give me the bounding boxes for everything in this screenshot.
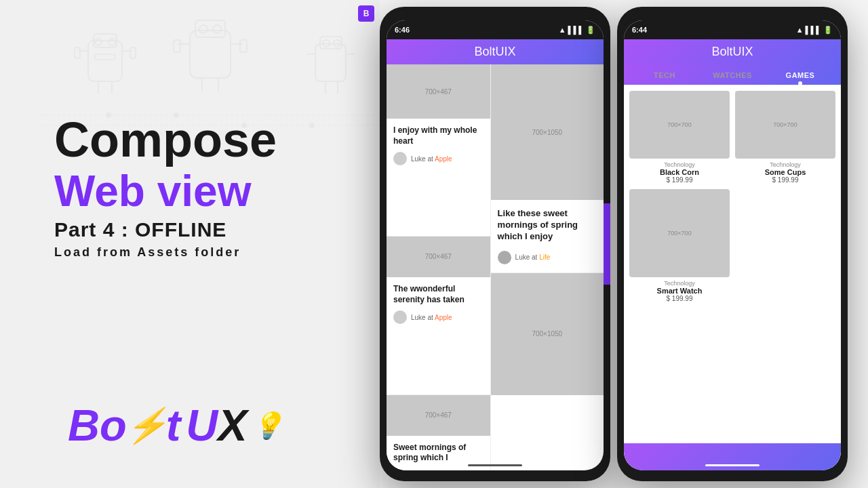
logo-u: U	[186, 400, 218, 451]
wifi-icon-2: ▲	[796, 26, 804, 34]
blog-card-1: I enjoy with my whole heart Luke at Appl…	[387, 119, 490, 237]
blog-card-2-author: Luke at Apple	[393, 310, 484, 324]
svg-point-14	[213, 25, 221, 33]
logo-bulb-icon: 💡	[252, 411, 283, 441]
signal-icon-2: ▌▌▌	[806, 26, 821, 34]
svg-point-13	[199, 25, 208, 33]
blog-right-image-2: 700×1050	[491, 273, 604, 395]
phone2-status-icons: ▲ ▌▌▌ 🔋	[796, 26, 833, 35]
shop-item-2-image: 700×700	[735, 91, 835, 159]
battery-icon: 🔋	[586, 26, 595, 35]
title-compose: Compose	[54, 115, 277, 164]
title-sub: Load from Assets folder	[54, 245, 277, 260]
blog-card-2-title: The wwonderful serenity has taken	[393, 284, 484, 305]
author-tag-2: Apple	[435, 314, 452, 321]
shop-item-2-price: $ 199.99	[735, 176, 835, 184]
tab-tech[interactable]: TECH	[631, 64, 698, 85]
tab-games[interactable]: GAMES	[766, 64, 834, 85]
phone2-time: 6:44	[632, 26, 647, 34]
phone1-right-col: 700×1050 Like these sweet mornings of sp…	[491, 64, 604, 470]
phone2-status-bar: 6:44 ▲ ▌▌▌ 🔋	[624, 20, 841, 39]
left-panel: Compose Web view Part 4 : OFFLINE Load f…	[0, 0, 380, 488]
shop-item-1-price: $ 199.99	[629, 176, 730, 184]
author-avatar-2	[393, 310, 407, 324]
author-avatar-3	[498, 251, 511, 264]
svg-rect-8	[130, 47, 136, 58]
logo-lightning-icon: ⚡	[125, 406, 167, 445]
blog-card-1-author: Luke at Apple	[393, 152, 484, 165]
phones-area: 6:46 ▲ ▌▌▌ 🔋 BoltUIX 700×467	[366, 0, 868, 488]
blog-image-3: 700×467	[387, 237, 490, 277]
phone2-title: BoltUIX	[711, 45, 753, 58]
shop-item-2[interactable]: 700×700 Technology Some Cups $ 199.99	[735, 91, 835, 184]
title-webview: Web view	[54, 169, 277, 213]
phone1-blog-content: 700×467 I enjoy with my whole heart Luke…	[387, 64, 604, 470]
logo-b: B	[68, 400, 100, 451]
author-label-2: Luke at Apple	[411, 314, 452, 321]
phone2-bottom-bar	[624, 443, 841, 470]
phone2-header: BoltUIX TECH WATCHES GAMES	[624, 39, 841, 85]
phone2-app-name: BoltUIX	[624, 39, 841, 64]
blog-right-card-1-title: Like these sweet mornings of spring whic…	[498, 208, 597, 243]
svg-point-2	[95, 39, 102, 45]
blog-image-5: 700×467	[387, 395, 490, 436]
logo-container: B o ⚡ t U X 💡	[68, 400, 283, 451]
phone1-app-header: BoltUIX	[387, 39, 604, 64]
svg-rect-16	[174, 40, 180, 52]
shop-item-2-name: Some Cups	[735, 168, 835, 176]
svg-rect-21	[315, 44, 346, 81]
phone1-time: 6:46	[395, 26, 410, 34]
phone1-app-name: BoltUIX	[474, 45, 515, 58]
phone1-status-icons: ▲ ▌▌▌ 🔋	[559, 26, 595, 35]
shop-tabs[interactable]: TECH WATCHES GAMES	[624, 64, 841, 85]
battery-icon-2: 🔋	[823, 26, 833, 35]
blog-card-1-title: I enjoy with my whole heart	[393, 125, 484, 146]
phone-mockup-2: 6:44 ▲ ▌▌▌ 🔋 BoltUIX TECH WATCHES GAMES	[617, 7, 848, 481]
title-part: Part 4 : OFFLINE	[54, 218, 277, 241]
shop-item-1-image: 700×700	[629, 91, 730, 159]
left-content: Compose Web view Part 4 : OFFLINE Load f…	[54, 115, 277, 260]
svg-point-34	[309, 123, 315, 128]
phone1-home-indicator	[468, 464, 522, 466]
shop-item-3[interactable]: 700×700 Technology Smart Watch $ 199.99	[629, 189, 730, 302]
shop-item-2-category: Technology	[735, 161, 835, 168]
blog-right-image-1: 700×1050	[491, 64, 604, 200]
signal-icon: ▌▌▌	[568, 26, 584, 34]
svg-rect-18	[240, 40, 247, 52]
shop-item-3-name: Smart Watch	[629, 287, 730, 295]
svg-rect-6	[75, 47, 80, 58]
shop-item-1-name: Black Corn	[629, 168, 730, 176]
author-avatar-1	[393, 152, 407, 165]
author-label-1: Luke at Apple	[411, 155, 452, 163]
logo-t: t	[166, 400, 181, 451]
author-label-3: Luke at Life	[515, 253, 551, 261]
phone2-home-indicator	[705, 464, 760, 466]
phone2-screen: 6:44 ▲ ▌▌▌ 🔋 BoltUIX TECH WATCHES GAMES	[624, 20, 841, 470]
phone1-left-col: 700×467 I enjoy with my whole heart Luke…	[387, 64, 491, 470]
blog-right-card-1: Like these sweet mornings of spring whic…	[491, 200, 604, 273]
blog-right-card-1-author: Luke at Life	[498, 251, 597, 264]
svg-rect-4	[95, 54, 115, 60]
shop-item-3-category: Technology	[629, 280, 730, 287]
tab-watches[interactable]: WATCHES	[698, 64, 766, 85]
shop-row-2: 700×700 Technology Smart Watch $ 199.99	[629, 189, 835, 302]
shop-row-1: 700×700 Technology Black Corn $ 199.99 7…	[629, 91, 835, 184]
shop-item-3-price: $ 199.99	[629, 295, 730, 302]
blog-card-3-title: Sweet mornings of spring which I	[393, 443, 484, 464]
phone-mockup-1: 6:46 ▲ ▌▌▌ 🔋 BoltUIX 700×467	[380, 7, 610, 481]
svg-point-3	[108, 39, 115, 45]
wifi-icon: ▲	[559, 26, 566, 34]
phone1-status-bar: 6:46 ▲ ▌▌▌ 🔋	[387, 20, 604, 39]
shop-item-1-category: Technology	[629, 161, 730, 168]
author-tag-3: Life	[539, 253, 550, 261]
logo-o: o	[100, 400, 127, 451]
logo-x: X	[218, 400, 247, 451]
shop-item-1[interactable]: 700×700 Technology Black Corn $ 199.99	[629, 91, 730, 184]
shop-product-grid: 700×700 Technology Black Corn $ 199.99 7…	[624, 85, 841, 468]
shop-item-3-image: 700×700	[629, 189, 730, 277]
phone1-screen: 6:46 ▲ ▌▌▌ 🔋 BoltUIX 700×467	[387, 20, 604, 470]
shop-item-empty	[735, 189, 835, 302]
author-tag-1: Apple	[435, 155, 452, 163]
blog-image-1: 700×467	[387, 64, 490, 119]
blog-card-2: The wwonderful serenity has taken Luke a…	[387, 277, 490, 395]
